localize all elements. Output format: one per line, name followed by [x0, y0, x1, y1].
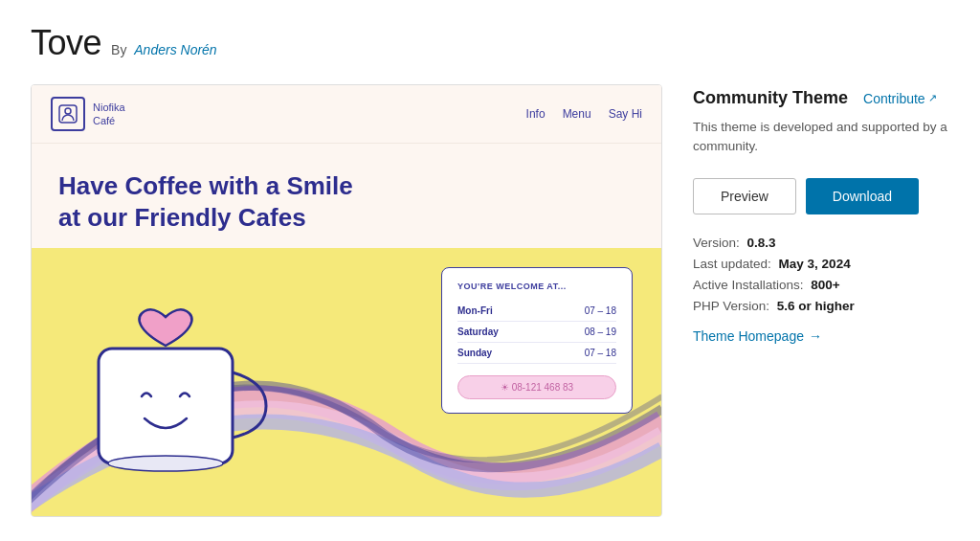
theme-info-panel: Community Theme Contribute This theme is… [693, 84, 949, 344]
meta-info: Version: 0.8.3 Last updated: May 3, 2024… [693, 236, 949, 313]
version-row: Version: 0.8.3 [693, 236, 949, 250]
php-label: PHP Version: [693, 299, 769, 313]
updated-row: Last updated: May 3, 2024 [693, 257, 949, 271]
installs-label: Active Installations: [693, 278, 804, 292]
php-row: PHP Version: 5.6 or higher [693, 299, 949, 313]
mug-illustration [60, 267, 271, 497]
page-title: Tove [31, 23, 101, 63]
mockup: NiofikaCafé Info Menu Say Hi Have Coffee… [32, 85, 661, 516]
page-header: Tove By Anders Norén [31, 23, 949, 63]
mockup-header: NiofikaCafé Info Menu Say Hi [32, 85, 661, 144]
community-description: This theme is developed and supported by… [693, 118, 949, 157]
version-label: Version: [693, 236, 740, 250]
author-credit: By Anders Norén [111, 42, 217, 57]
version-value: 0.8.3 [747, 236, 776, 250]
preview-button[interactable]: Preview [693, 178, 796, 214]
schedule-day-1: Mon-Fri [457, 305, 493, 316]
schedule-row-1: Mon-Fri 07 – 18 [457, 301, 616, 322]
homepage-label: Theme Homepage [693, 328, 804, 344]
community-header: Community Theme Contribute [693, 88, 949, 108]
schedule-time-1: 07 – 18 [585, 305, 616, 316]
mockup-nav-info[interactable]: Info [526, 107, 546, 121]
mockup-nav-menu[interactable]: Menu [563, 107, 591, 121]
updated-label: Last updated: [693, 257, 771, 271]
mockup-hero-text: Have Coffee with a Smile at our Friendly… [58, 170, 365, 233]
main-content: NiofikaCafé Info Menu Say Hi Have Coffee… [31, 84, 949, 517]
mockup-logo: NiofikaCafé [51, 97, 125, 131]
mockup-logo-icon [51, 97, 85, 131]
theme-homepage-link[interactable]: Theme Homepage → [693, 328, 949, 344]
schedule-row-3: Sunday 07 – 18 [457, 343, 616, 364]
mockup-nav-sayhi[interactable]: Say Hi [609, 107, 642, 121]
svg-rect-3 [99, 349, 233, 463]
schedule-time-2: 08 – 19 [585, 327, 616, 337]
schedule-row-2: Saturday 08 – 19 [457, 322, 616, 343]
mockup-hero: Have Coffee with a Smile at our Friendly… [32, 144, 661, 233]
schedule-card: YOU'RE WELCOME AT... Mon-Fri 07 – 18 Sat… [441, 267, 633, 414]
schedule-title: YOU'RE WELCOME AT... [457, 282, 616, 291]
by-label: By [111, 42, 126, 57]
theme-preview: NiofikaCafé Info Menu Say Hi Have Coffee… [31, 84, 662, 517]
updated-value: May 3, 2024 [779, 257, 851, 271]
author-link[interactable]: Anders Norén [134, 42, 216, 57]
svg-point-1 [65, 108, 71, 114]
schedule-time-3: 07 – 18 [585, 348, 616, 358]
action-buttons: Preview Download [693, 178, 949, 214]
php-value: 5.6 or higher [777, 299, 855, 313]
schedule-day-2: Saturday [457, 327, 499, 337]
schedule-phone: ☀ 08-121 468 83 [457, 375, 616, 399]
community-label: Community Theme [693, 88, 848, 108]
installs-row: Active Installations: 800+ [693, 278, 949, 292]
contribute-link[interactable]: Contribute [863, 91, 937, 106]
download-button[interactable]: Download [806, 178, 919, 214]
homepage-arrow: → [809, 328, 822, 344]
svg-point-4 [108, 456, 223, 471]
mockup-logo-text: NiofikaCafé [93, 101, 125, 128]
installs-value: 800+ [811, 278, 839, 292]
mockup-nav: Info Menu Say Hi [526, 107, 642, 121]
schedule-day-3: Sunday [457, 348, 492, 358]
mockup-illustration: YOU'RE WELCOME AT... Mon-Fri 07 – 18 Sat… [32, 248, 661, 516]
